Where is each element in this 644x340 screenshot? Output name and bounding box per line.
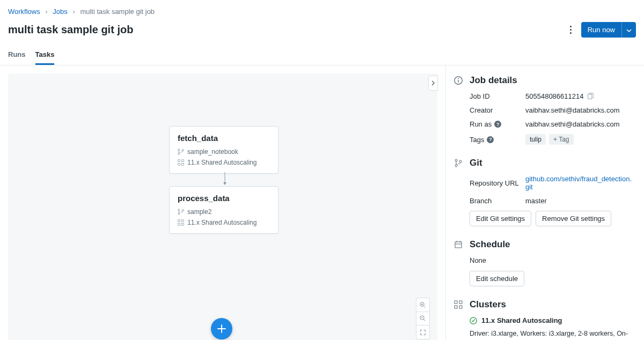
svg-point-21 bbox=[455, 165, 457, 167]
schedule-heading: Schedule bbox=[470, 239, 510, 250]
task-graph-canvas[interactable]: fetch_data sample_notebook 11.x Shared A… bbox=[8, 73, 437, 340]
add-task-button[interactable] bbox=[211, 318, 232, 339]
fit-icon bbox=[420, 329, 426, 336]
clusters-heading: Clusters bbox=[470, 299, 506, 310]
help-icon[interactable]: ? bbox=[487, 136, 494, 143]
zoom-out-button[interactable] bbox=[416, 312, 430, 326]
git-heading: Git bbox=[470, 158, 482, 168]
add-tag-button[interactable]: + Tag bbox=[549, 134, 573, 145]
info-icon bbox=[453, 76, 463, 85]
breadcrumb-workflows[interactable]: Workflows bbox=[8, 8, 40, 16]
task-name: fetch_data bbox=[178, 134, 270, 143]
svg-line-14 bbox=[424, 320, 426, 321]
svg-rect-2 bbox=[178, 164, 180, 166]
svg-point-20 bbox=[455, 159, 457, 161]
run-now-dropdown[interactable] bbox=[621, 22, 636, 38]
svg-rect-29 bbox=[455, 306, 457, 308]
zoom-fit-button[interactable] bbox=[416, 326, 430, 339]
cluster-icon bbox=[454, 300, 463, 309]
check-circle-icon bbox=[470, 317, 477, 324]
svg-rect-19 bbox=[588, 94, 592, 99]
svg-rect-7 bbox=[178, 224, 180, 226]
schedule-value: None bbox=[453, 256, 633, 264]
task-node-fetch-data[interactable]: fetch_data sample_notebook 11.x Shared A… bbox=[169, 126, 279, 174]
more-menu-button[interactable] bbox=[566, 26, 576, 34]
panel-collapse-handle[interactable] bbox=[428, 76, 438, 91]
run-as-value: vaibhav.sethi@databricks.com bbox=[525, 120, 633, 128]
chevron-right-icon: › bbox=[45, 8, 47, 16]
svg-point-22 bbox=[459, 160, 462, 162]
zoom-in-icon bbox=[420, 302, 426, 308]
breadcrumb-jobs[interactable]: Jobs bbox=[53, 8, 67, 16]
svg-point-18 bbox=[458, 78, 459, 79]
tab-tasks[interactable]: Tasks bbox=[35, 46, 55, 65]
chevron-right-icon bbox=[431, 80, 435, 86]
cluster-description: Driver: i3.xlarge, Workers: i3.xlarge, 2… bbox=[453, 329, 633, 340]
cluster-name: 11.x Shared Autoscaling bbox=[481, 316, 562, 324]
remove-git-button[interactable]: Remove Git settings bbox=[536, 211, 611, 226]
branch-icon bbox=[178, 149, 184, 155]
svg-rect-23 bbox=[455, 242, 462, 248]
svg-rect-0 bbox=[178, 160, 180, 162]
breadcrumb-current: multi task sample git job bbox=[80, 8, 155, 16]
task-dependency-arrow bbox=[223, 172, 226, 186]
svg-rect-28 bbox=[459, 301, 462, 304]
tag-chip[interactable]: tulip bbox=[525, 134, 546, 145]
task-notebook: sample_notebook bbox=[187, 148, 238, 156]
job-id-label: Job ID bbox=[470, 92, 525, 100]
branch-label: Branch bbox=[470, 197, 525, 205]
svg-rect-30 bbox=[459, 306, 462, 308]
svg-line-10 bbox=[424, 306, 426, 307]
tab-runs[interactable]: Runs bbox=[8, 46, 26, 65]
branch-value: master bbox=[525, 197, 633, 205]
run-now-button[interactable]: Run now bbox=[581, 22, 621, 38]
copy-icon[interactable] bbox=[587, 93, 594, 100]
task-cluster: 11.x Shared Autoscaling bbox=[187, 159, 257, 166]
breadcrumb: Workflows › Jobs › multi task sample git… bbox=[0, 0, 644, 20]
svg-rect-3 bbox=[182, 164, 184, 166]
details-panel: Job details Job ID505548086611214 Creato… bbox=[445, 65, 644, 340]
svg-rect-6 bbox=[182, 220, 184, 222]
task-notebook: sample2 bbox=[187, 208, 211, 216]
svg-rect-1 bbox=[182, 160, 184, 162]
cluster-icon bbox=[178, 219, 184, 226]
plus-icon bbox=[217, 324, 226, 334]
cluster-icon bbox=[178, 159, 184, 166]
chevron-right-icon: › bbox=[72, 8, 75, 16]
task-cluster: 11.x Shared Autoscaling bbox=[187, 219, 257, 226]
svg-rect-5 bbox=[178, 220, 180, 222]
branch-icon bbox=[178, 209, 184, 215]
svg-rect-8 bbox=[182, 224, 184, 226]
calendar-icon bbox=[454, 240, 463, 249]
git-icon bbox=[454, 159, 463, 167]
task-name: process_data bbox=[178, 194, 270, 203]
chevron-down-icon bbox=[626, 29, 632, 32]
run-as-label: Run as bbox=[470, 120, 492, 128]
job-details-heading: Job details bbox=[470, 75, 517, 86]
creator-label: Creator bbox=[470, 106, 525, 114]
edit-schedule-button[interactable]: Edit schedule bbox=[470, 271, 524, 286]
tags-label: Tags bbox=[470, 136, 484, 144]
repo-url-link[interactable]: github.com/sethiv/fraud_detection.git bbox=[525, 175, 633, 191]
help-icon[interactable]: ? bbox=[494, 121, 501, 128]
edit-git-button[interactable]: Edit Git settings bbox=[470, 211, 531, 226]
job-id-value: 505548086611214 bbox=[525, 92, 583, 100]
zoom-in-button[interactable] bbox=[416, 298, 430, 312]
task-node-process-data[interactable]: process_data sample2 11.x Shared Autosca… bbox=[169, 186, 279, 234]
page-title: multi task sample git job bbox=[8, 24, 133, 36]
repo-url-label: Repository URL bbox=[470, 175, 525, 191]
zoom-out-icon bbox=[420, 315, 426, 322]
svg-rect-27 bbox=[455, 301, 457, 304]
creator-value: vaibhav.sethi@databricks.com bbox=[525, 106, 633, 114]
